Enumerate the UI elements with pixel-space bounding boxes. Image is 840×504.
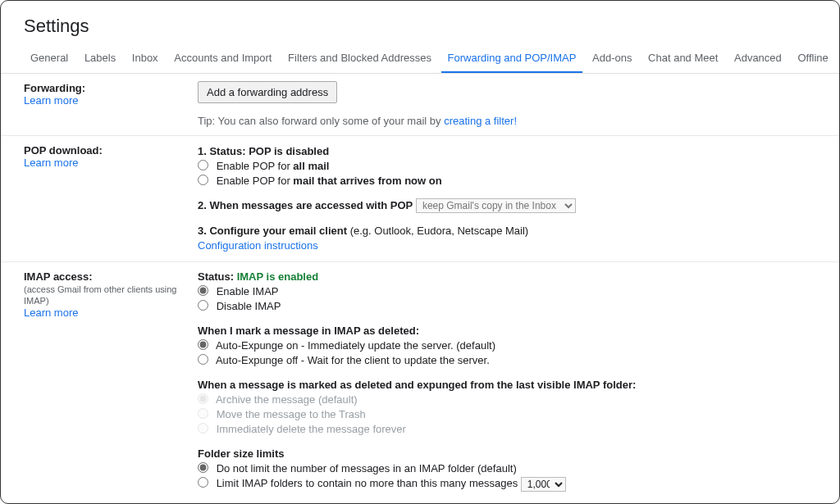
- pop-accessed-select[interactable]: keep Gmail's copy in the Inbox: [416, 198, 576, 213]
- forwarding-tip-text: Tip: You can also forward only some of y…: [198, 115, 444, 127]
- imap-expunge-off[interactable]: Auto-Expunge off - Wait for the client t…: [198, 353, 816, 368]
- imap-expunged-heading: When a message is marked as deleted and …: [198, 378, 816, 393]
- imap-archive: Archive the message (default): [198, 393, 816, 407]
- settings-body: Forwarding: Learn more Add a forwarding …: [1, 74, 839, 504]
- imap-opt-enable[interactable]: Enable IMAP: [198, 284, 816, 299]
- imap-radio-disable[interactable]: [198, 300, 208, 311]
- section-imap: IMAP access: (access Gmail from other cl…: [1, 262, 839, 504]
- tab-chat-meet[interactable]: Chat and Meet: [641, 45, 724, 71]
- pop-configure-row: 3. Configure your email client (e.g. Out…: [198, 224, 816, 238]
- pop-status: 1. Status: POP is disabled: [198, 143, 816, 158]
- imap-radio-expunge-off[interactable]: [198, 354, 208, 365]
- imap-opt-disable[interactable]: Disable IMAP: [198, 299, 816, 314]
- add-forwarding-address-button[interactable]: Add a forwarding address: [198, 81, 337, 103]
- imap-radio-trash: [198, 408, 208, 419]
- tabs-row: General Labels Inbox Accounts and Import…: [1, 45, 839, 74]
- imap-expunge-on[interactable]: Auto-Expunge on - Immediately update the…: [198, 338, 816, 353]
- tab-offline[interactable]: Offline: [791, 45, 834, 71]
- section-pop: POP download: Learn more 1. Status: POP …: [1, 136, 839, 262]
- imap-delete-forever: Immediately delete the message forever: [198, 422, 816, 437]
- tab-accounts[interactable]: Accounts and Import: [167, 45, 278, 71]
- imap-deleted-heading: When I mark a message in IMAP as deleted…: [198, 324, 816, 338]
- imap-radio-enable[interactable]: [198, 285, 208, 296]
- pop-learn-more[interactable]: Learn more: [24, 157, 78, 169]
- pop-radio-new-mail[interactable]: [198, 175, 208, 185]
- pop-config-instructions[interactable]: Configuration instructions: [198, 239, 318, 252]
- creating-a-filter-link[interactable]: creating a filter!: [444, 115, 517, 127]
- imap-no-limit[interactable]: Do not limit the number of messages in a…: [198, 461, 816, 476]
- page-title: Settings: [1, 1, 839, 45]
- imap-learn-more[interactable]: Learn more: [24, 306, 78, 319]
- imap-limit[interactable]: Limit IMAP folders to contain no more th…: [198, 476, 816, 493]
- pop-label: POP download:: [24, 144, 198, 157]
- imap-trash: Move the message to the Trash: [198, 407, 816, 422]
- pop-opt-new-mail[interactable]: Enable POP for mail that arrives from no…: [198, 173, 816, 188]
- imap-sublabel: (access Gmail from other clients using I…: [24, 284, 198, 306]
- tab-filters[interactable]: Filters and Blocked Addresses: [281, 45, 438, 71]
- pop-radio-all-mail[interactable]: [198, 160, 208, 170]
- tab-inbox[interactable]: Inbox: [126, 45, 165, 71]
- tab-advanced[interactable]: Advanced: [728, 45, 788, 71]
- tab-labels[interactable]: Labels: [78, 45, 122, 71]
- imap-status: Status: IMAP is enabled: [198, 270, 816, 284]
- section-forwarding: Forwarding: Learn more Add a forwarding …: [1, 74, 839, 136]
- imap-radio-archive: [198, 393, 208, 404]
- tab-general[interactable]: General: [24, 45, 75, 71]
- tab-forwarding-pop-imap[interactable]: Forwarding and POP/IMAP: [441, 45, 583, 73]
- imap-radio-expunge-on[interactable]: [198, 339, 208, 350]
- tab-addons[interactable]: Add-ons: [586, 45, 638, 71]
- forwarding-label: Forwarding:: [24, 82, 198, 94]
- forwarding-learn-more[interactable]: Learn more: [24, 94, 78, 107]
- forwarding-tip: Tip: You can also forward only some of y…: [198, 115, 816, 127]
- imap-folder-heading: Folder size limits: [198, 447, 816, 461]
- imap-label: IMAP access:: [24, 270, 198, 283]
- pop-opt-all-mail[interactable]: Enable POP for all mail: [198, 158, 816, 173]
- imap-radio-limit[interactable]: [198, 477, 208, 488]
- imap-limit-select[interactable]: 1,000: [521, 477, 566, 492]
- imap-radio-delete-forever: [198, 423, 208, 434]
- imap-radio-no-limit[interactable]: [198, 462, 208, 473]
- pop-accessed-row: 2. When messages are accessed with POP k…: [198, 198, 816, 214]
